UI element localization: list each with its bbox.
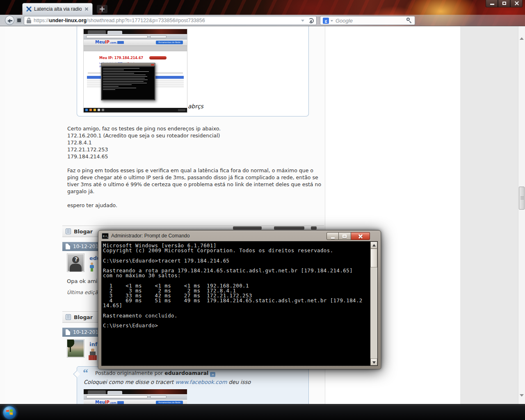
search-placeholder: Google: [336, 18, 406, 24]
blogar-link[interactable]: Blogar: [74, 314, 93, 320]
google-favicon[interactable]: g: [323, 18, 329, 24]
command-prompt-window[interactable]: C:\_ Administrador: Prompt de Comando Mi…: [98, 230, 381, 369]
cmd-output: Microsoft Windows [versão 6.1.7601] Copy…: [103, 242, 369, 327]
browser-window-controls: [486, 0, 523, 7]
mini-nav-bar: [84, 34, 187, 39]
scroll-up-icon[interactable]: [520, 30, 524, 34]
quote-header: Postado originalmente por eduardoamaral»: [95, 370, 215, 377]
post1-avatar[interactable]: ?: [67, 253, 84, 272]
quoted-screenshot-block: MeuIP.com.br Ferramentas de Rede Meu IP:…: [77, 26, 309, 116]
tab-close-icon[interactable]: [84, 7, 89, 11]
url-bar[interactable]: https://under-linux.org/showthread.php?t…: [24, 16, 317, 25]
mini-tools-button: Ferramentas de Rede: [156, 401, 183, 404]
post-doc-icon: [66, 244, 70, 249]
reload-icon[interactable]: [308, 18, 314, 23]
close-button[interactable]: [510, 0, 523, 7]
mini-tab-bar: [84, 389, 187, 394]
post1-status-icon: [89, 262, 94, 272]
meuip-logo: MeuIP.com.br: [95, 40, 120, 44]
search-input[interactable]: g Google: [320, 16, 415, 25]
tab-latencia[interactable]: Latencia alta via radio: [22, 3, 93, 15]
page-left-margin: [0, 26, 5, 404]
quoted-text: Coloquei como me disse o tracert www.fac…: [84, 379, 251, 385]
cmd-scroll-up-icon[interactable]: [370, 242, 377, 249]
page-scrollbar[interactable]: [518, 26, 525, 404]
post-ip-3: 172.21.172.253: [67, 146, 322, 153]
embedded-screenshot-bottom-clip: MeuIP.com.br Ferramentas de Rede: [84, 389, 187, 404]
restore-button[interactable]: [498, 0, 510, 7]
underlinux-favicon: [26, 6, 32, 12]
scrollbar-thumb[interactable]: [519, 187, 525, 210]
mini-red-badge: [149, 56, 167, 59]
post2-avatar[interactable]: [67, 339, 84, 358]
tab-strip: Latencia alta via radio: [0, 0, 525, 15]
desktop: Latencia alta via radio https://under-li…: [0, 0, 525, 420]
mini-cmd-titlebar: [101, 63, 155, 66]
lock-icon: [27, 18, 31, 23]
cmd-close-button[interactable]: [351, 232, 370, 240]
post-closing: espero ter ajudado.: [67, 202, 322, 209]
post-ip-4: 179.184.214.65: [67, 153, 322, 160]
post-body-text: Certo amigo, faz os testes de ping nos e…: [67, 125, 322, 209]
post-intro: Certo amigo, faz os testes de ping nos e…: [67, 125, 322, 132]
post2-date: 10-12-201: [73, 329, 98, 335]
mini-page-body: Meu IP: 179.184.214.67 Latência (ping): …: [84, 51, 187, 108]
mini-ip-line: Meu IP: 179.184.214.67: [99, 56, 143, 60]
obscured-action-icon[interactable]: [311, 226, 317, 230]
view-post-icon[interactable]: »: [210, 372, 215, 377]
post-doc-icon: [66, 329, 70, 335]
cmd-scroll-down-icon[interactable]: [370, 358, 377, 365]
quote-icon: “: [83, 367, 88, 379]
tab-title: Latencia alta via radio: [34, 6, 82, 12]
mini-gray-band: [84, 46, 187, 51]
quote-block-eduardoamaral: “ Postado originalmente por eduardoamara…: [77, 366, 309, 404]
mini-site-header: MeuIP.com.br Ferramentas de Rede: [84, 399, 187, 404]
mini-cmd-body: [102, 67, 154, 99]
post-paragraph: Faz o ping em todos esses ips e verifica…: [67, 167, 322, 195]
back-button[interactable]: [5, 16, 14, 25]
facebook-link[interactable]: www.facebook.com: [175, 379, 227, 385]
post-ip-1: 172.16.200.1 (Acredito que seja o seu ro…: [67, 132, 322, 139]
obscured-action-comentar[interactable]: [233, 226, 262, 230]
obscured-action-citacao[interactable]: [274, 226, 304, 230]
blogar-icon[interactable]: [66, 228, 71, 234]
minimize-button[interactable]: [486, 0, 498, 7]
cmd-window-controls: [326, 232, 370, 240]
embedded-screenshot-top[interactable]: MeuIP.com.br Ferramentas de Rede Meu IP:…: [84, 29, 187, 112]
quote-author: eduardoamaral: [164, 370, 208, 376]
cmd-maximize-button[interactable]: [339, 232, 351, 240]
start-button[interactable]: [3, 406, 16, 419]
cmd-console[interactable]: Microsoft Windows [versão 6.1.7601] Copy…: [101, 241, 378, 366]
cmd-scrollbar-thumb[interactable]: [370, 249, 377, 267]
post1-date: 10-12-201: [73, 244, 98, 249]
mini-tab-bar: [84, 29, 187, 34]
blogar-link[interactable]: Blogar: [74, 228, 93, 235]
post2-username[interactable]: inf: [89, 341, 97, 347]
new-tab-button[interactable]: [97, 5, 107, 13]
session-icon: [17, 18, 21, 22]
post-ip-2: 172.8.4.1: [67, 139, 322, 146]
taskbar: C:\_ 18:51 10/12/2014: [0, 404, 525, 420]
scroll-down-icon[interactable]: [520, 397, 524, 401]
search-icon[interactable]: [406, 18, 412, 23]
cmd-minimize-button[interactable]: [326, 232, 339, 240]
forward-button[interactable]: [16, 17, 22, 23]
post2-status-icon: [89, 349, 97, 361]
windows-flag-icon: [6, 409, 13, 415]
mini-site-header: MeuIP.com.br Ferramentas de Rede: [84, 39, 187, 46]
cmd-icon: C:\_: [102, 233, 109, 239]
mini-nav-bar: [84, 394, 187, 399]
quote-signoff: abrçs: [188, 103, 203, 110]
cmd-scrollbar[interactable]: [370, 242, 377, 365]
embedded-screenshot-bottom[interactable]: MeuIP.com.br Ferramentas de Rede: [84, 389, 187, 404]
mini-badge: [117, 401, 124, 404]
meuip-logo: MeuIP.com.br: [95, 400, 120, 404]
url-text: https://under-linux.org/showthread.php?t…: [34, 18, 299, 23]
navigation-toolbar: https://under-linux.org/showthread.php?t…: [0, 15, 525, 26]
search-engine-caret-icon[interactable]: [331, 20, 333, 23]
post1-body-fragment: Opa ok ami: [67, 278, 97, 284]
mini-taskbar: [84, 108, 187, 112]
blogar-icon[interactable]: [66, 314, 71, 320]
url-dropdown-icon[interactable]: [301, 20, 304, 23]
mini-tools-button: Ferramentas de Rede: [156, 41, 183, 44]
